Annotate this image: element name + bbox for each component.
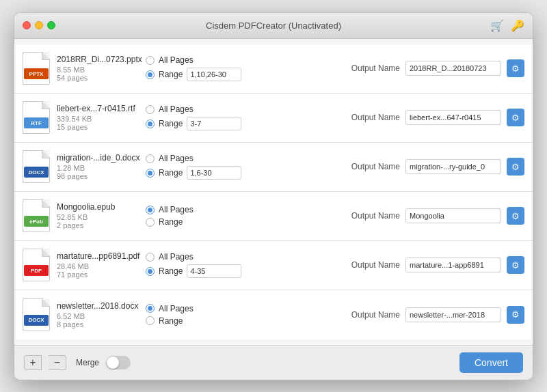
maximize-button[interactable]: [47, 21, 55, 29]
output-name-input[interactable]: [405, 159, 501, 174]
range-label: Range: [159, 70, 183, 79]
toggle-knob: [107, 356, 119, 369]
range-label: Range: [159, 119, 183, 128]
range-row: Range: [146, 316, 269, 326]
close-button[interactable]: [23, 21, 31, 29]
range-input[interactable]: [187, 68, 241, 81]
range-radio[interactable]: [146, 267, 155, 276]
range-radio[interactable]: [146, 120, 155, 128]
file-list: PPTX 2018RR_Di...0723.pptx 8.55 MB 54 pa…: [14, 39, 533, 345]
all-pages-label: All Pages: [159, 104, 194, 114]
remove-button[interactable]: −: [49, 355, 66, 370]
all-pages-radio[interactable]: [146, 206, 155, 214]
key-icon[interactable]: 🔑: [511, 19, 524, 32]
all-pages-radio[interactable]: [146, 56, 155, 65]
output-section-5: Output Name ⚙: [351, 306, 524, 324]
file-row: DOCX newsletter...2018.docx 6.52 MB 8 pa…: [14, 290, 533, 339]
all-pages-label: All Pages: [159, 304, 194, 313]
file-name: migration-...ide_0.docx: [57, 153, 146, 163]
output-section-3: Output Name ⚙: [351, 207, 524, 225]
file-icon-2: DOCX: [23, 150, 50, 183]
file-size: 339.54 KB: [57, 115, 146, 123]
all-pages-radio[interactable]: [146, 154, 155, 163]
range-input[interactable]: [187, 264, 241, 278]
range-row: Range: [146, 117, 269, 130]
file-row: DOCX migration-...ide_0.docx 1.28 MB 98 …: [14, 143, 533, 192]
range-radio[interactable]: [146, 218, 155, 227]
output-name-input[interactable]: [405, 208, 501, 223]
output-settings-button[interactable]: ⚙: [507, 158, 524, 176]
range-row: Range: [146, 217, 269, 227]
output-name-input[interactable]: [405, 257, 501, 272]
file-row: PDF martature...pp6891.pdf 28.46 MB 71 p…: [14, 241, 533, 290]
output-settings-button[interactable]: ⚙: [507, 306, 524, 324]
file-info-4: martature...pp6891.pdf 28.46 MB 71 pages: [57, 251, 146, 279]
output-label: Output Name: [351, 113, 400, 122]
output-section-0: Output Name ⚙: [351, 59, 524, 77]
merge-toggle[interactable]: [106, 356, 131, 369]
range-label: Range: [159, 217, 183, 227]
file-name: newsletter...2018.docx: [57, 301, 146, 311]
range-label: Range: [159, 266, 183, 276]
output-name-input[interactable]: [405, 110, 501, 125]
file-pages: 54 pages: [57, 74, 146, 82]
cart-icon[interactable]: 🛒: [490, 19, 504, 32]
merge-label: Merge: [76, 358, 99, 367]
output-section-2: Output Name ⚙: [351, 158, 524, 176]
file-icon-1: RTF: [23, 101, 50, 134]
file-icon-5: DOCX: [23, 298, 50, 331]
file-badge: PPTX: [24, 68, 49, 79]
output-section-1: Output Name ⚙: [351, 109, 524, 126]
file-badge: DOCX: [24, 315, 49, 326]
output-name-input[interactable]: [405, 307, 501, 322]
file-info-3: Mongoolia.epub 52.85 KB 2 pages: [57, 202, 146, 229]
convert-button[interactable]: Convert: [459, 352, 523, 373]
all-pages-radio[interactable]: [146, 304, 155, 313]
file-name: 2018RR_Di...0723.pptx: [57, 55, 146, 64]
all-pages-row: All Pages: [146, 304, 269, 313]
file-pages: 15 pages: [57, 123, 146, 131]
page-options-4: All Pages Range: [146, 252, 269, 278]
range-radio[interactable]: [146, 316, 155, 325]
page-options-0: All Pages Range: [146, 55, 269, 81]
output-label: Output Name: [351, 310, 400, 320]
range-radio[interactable]: [146, 169, 155, 178]
range-label: Range: [159, 316, 183, 326]
output-settings-button[interactable]: ⚙: [507, 59, 524, 77]
minimize-button[interactable]: [35, 21, 43, 29]
add-button[interactable]: +: [24, 355, 42, 370]
file-info-2: migration-...ide_0.docx 1.28 MB 98 pages: [57, 153, 146, 180]
file-info-0: 2018RR_Di...0723.pptx 8.55 MB 54 pages: [57, 55, 146, 82]
range-row: Range: [146, 68, 269, 81]
titlebar-icons: 🛒 🔑: [490, 19, 524, 32]
file-row: PPTX 2018RR_Di...0723.pptx 8.55 MB 54 pa…: [14, 44, 533, 94]
file-pages: 8 pages: [57, 320, 146, 328]
file-pages: 71 pages: [57, 270, 146, 279]
all-pages-label: All Pages: [159, 252, 194, 262]
file-badge: ePub: [24, 216, 49, 227]
output-settings-button[interactable]: ⚙: [507, 207, 524, 225]
output-label: Output Name: [351, 260, 400, 270]
titlebar: Cisdem PDFCreator (Unactivated) 🛒 🔑: [14, 13, 533, 39]
output-section-4: Output Name ⚙: [351, 256, 524, 274]
file-info-1: liebert-ex...7-r0415.rtf 339.54 KB 15 pa…: [57, 104, 146, 131]
output-name-input[interactable]: [405, 61, 501, 76]
range-radio[interactable]: [146, 70, 155, 79]
file-badge: PDF: [24, 265, 49, 276]
file-pages: 2 pages: [57, 221, 146, 229]
output-settings-button[interactable]: ⚙: [507, 256, 524, 274]
page-options-5: All Pages Range: [146, 304, 269, 326]
app-window: Cisdem PDFCreator (Unactivated) 🛒 🔑 PPTX…: [14, 12, 533, 380]
file-badge: RTF: [24, 117, 49, 128]
range-input[interactable]: [187, 117, 241, 130]
file-size: 8.55 MB: [57, 66, 146, 74]
page-options-2: All Pages Range: [146, 154, 269, 180]
output-settings-button[interactable]: ⚙: [507, 109, 524, 126]
file-row: RTF liebert-ex...7-r0415.rtf 339.54 KB 1…: [14, 94, 533, 143]
all-pages-radio[interactable]: [146, 253, 155, 262]
all-pages-radio[interactable]: [146, 105, 155, 114]
range-input[interactable]: [187, 166, 241, 180]
file-size: 1.28 MB: [57, 164, 146, 172]
file-badge: DOCX: [24, 167, 49, 178]
range-row: Range: [146, 166, 269, 180]
